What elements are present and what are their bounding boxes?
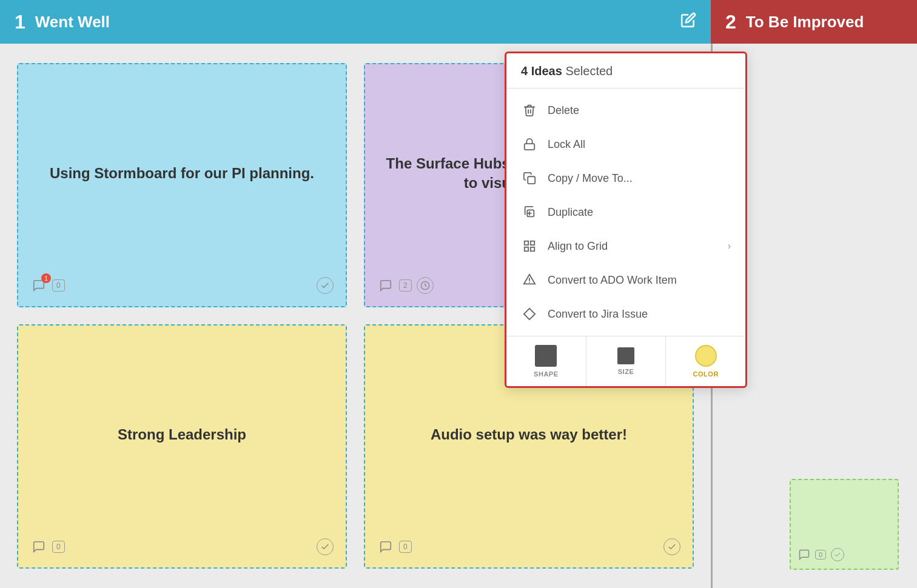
menu-item-convert-jira[interactable]: Convert to Jira Issue xyxy=(506,297,745,331)
menu-item-duplicate[interactable]: Duplicate xyxy=(506,195,745,229)
sticky-card-3[interactable]: Strong Leadership 0 xyxy=(17,324,347,569)
column-number-2: 2 xyxy=(725,11,736,33)
grid-icon xyxy=(521,238,538,255)
column-to-improve: 2 To Be Improved 4 Ideas Selected xyxy=(711,0,917,588)
sticky-card-1[interactable]: Using Stormboard for our PI planning. 1 … xyxy=(17,63,347,307)
column-number-1: 1 xyxy=(15,11,25,33)
copy-move-label: Copy / Move To... xyxy=(548,172,731,185)
color-section[interactable]: COLOR xyxy=(666,336,745,386)
trash-icon xyxy=(521,102,538,119)
card-text-3: Strong Leadership xyxy=(30,338,334,531)
check-icon-3[interactable] xyxy=(317,538,334,555)
comment-icon-1[interactable]: 1 xyxy=(30,277,47,294)
context-menu-footer: SHAPE SIZE COLOR xyxy=(506,336,745,386)
edit-icon[interactable] xyxy=(680,12,696,32)
vote-count-3: 0 xyxy=(52,541,65,553)
context-menu-header: 4 Ideas Selected xyxy=(506,53,745,89)
comment-icon-2[interactable] xyxy=(377,277,394,294)
ideas-selected-text: Selected xyxy=(565,64,613,78)
card-footer-3: 0 xyxy=(30,538,334,555)
size-section[interactable]: SIZE xyxy=(586,336,667,386)
svg-rect-2 xyxy=(525,144,535,150)
card-footer-1: 1 0 xyxy=(30,277,334,294)
convert-ado-label: Convert to ADO Work Item xyxy=(548,274,731,287)
menu-item-lock-all[interactable]: Lock All xyxy=(506,127,745,161)
color-label: COLOR xyxy=(693,370,718,378)
lock-icon xyxy=(521,136,538,153)
color-icon xyxy=(695,345,717,367)
jira-icon xyxy=(521,306,538,322)
main-container: 1 Went Well Using Stormboard for our PI … xyxy=(0,0,917,588)
size-icon xyxy=(617,347,634,364)
svg-rect-3 xyxy=(528,176,535,184)
align-grid-label: Align to Grid xyxy=(548,240,718,253)
size-label: SIZE xyxy=(618,368,634,375)
context-menu-panel: 4 Ideas Selected xyxy=(505,52,747,388)
timer-icon-2 xyxy=(417,277,434,294)
check-icon-1[interactable] xyxy=(317,277,334,294)
svg-rect-10 xyxy=(531,247,534,251)
green-peek-card: 0 xyxy=(790,479,899,570)
svg-rect-7 xyxy=(525,241,528,245)
vote-count-2: 2 xyxy=(399,279,412,292)
comment-icon-3[interactable] xyxy=(30,538,47,555)
lock-all-label: Lock All xyxy=(548,138,731,151)
column-header-went-well: 1 Went Well xyxy=(0,0,711,44)
card-text-1: Using Stormboard for our PI planning. xyxy=(30,76,334,270)
menu-item-copy-move[interactable]: Copy / Move To... xyxy=(506,161,745,195)
vote-count-4: 0 xyxy=(399,541,412,553)
svg-rect-9 xyxy=(525,247,528,251)
svg-marker-14 xyxy=(524,309,535,319)
align-grid-arrow: › xyxy=(728,241,731,252)
shape-section[interactable]: SHAPE xyxy=(506,336,586,386)
menu-item-convert-ado[interactable]: Convert to ADO Work Item xyxy=(506,263,745,297)
ado-icon xyxy=(521,272,538,289)
ideas-count: 4 xyxy=(521,64,528,78)
ideas-bold: Ideas xyxy=(531,64,562,78)
shape-icon xyxy=(535,345,557,367)
column-header-to-improve: 2 To Be Improved xyxy=(711,0,917,44)
context-menu-items: Delete Lock All xyxy=(506,89,745,336)
vote-count-1: 0 xyxy=(52,279,65,292)
green-card-vote: 0 xyxy=(815,550,826,560)
convert-jira-label: Convert to Jira Issue xyxy=(548,308,731,321)
column-title-1: Went Well xyxy=(35,13,110,32)
delete-label: Delete xyxy=(548,104,731,117)
column-title-2: To Be Improved xyxy=(746,13,864,32)
comment-badge-1: 1 xyxy=(41,273,51,283)
card-footer-4: 0 xyxy=(377,538,680,555)
comment-icon-4[interactable] xyxy=(377,538,394,555)
menu-item-align-grid[interactable]: Align to Grid › xyxy=(506,229,745,263)
shape-label: SHAPE xyxy=(534,370,559,378)
svg-rect-8 xyxy=(531,241,534,245)
check-icon-4[interactable] xyxy=(663,538,680,555)
copy-icon xyxy=(521,170,538,187)
duplicate-label: Duplicate xyxy=(548,206,731,219)
duplicate-icon xyxy=(521,204,538,221)
menu-item-delete[interactable]: Delete xyxy=(506,93,745,127)
